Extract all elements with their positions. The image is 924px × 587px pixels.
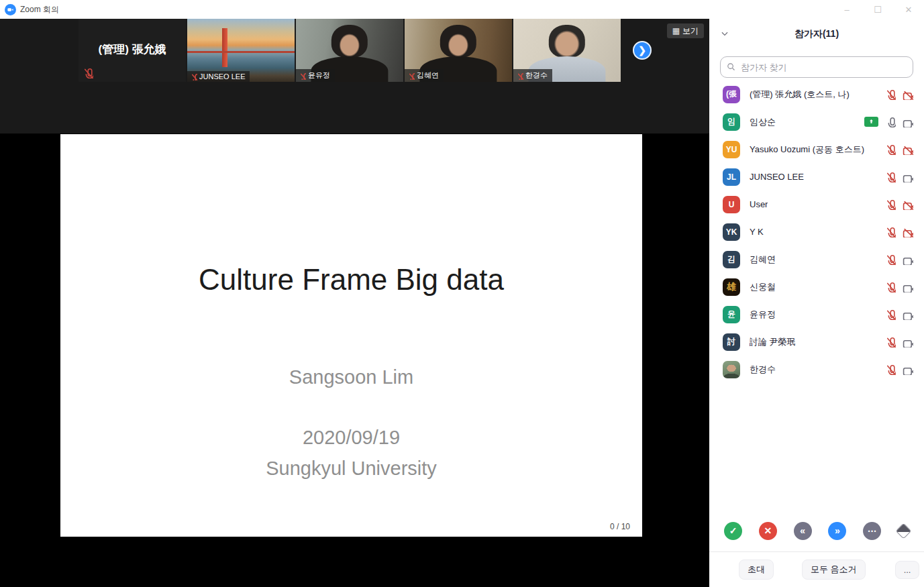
- titlebar: Zoom 회의 – ☐ ✕: [0, 0, 924, 19]
- video-tile-han[interactable]: 한경수: [513, 19, 621, 82]
- window-title: Zoom 회의: [20, 4, 59, 15]
- avatar: 김: [723, 251, 740, 268]
- window-controls: – ☐ ✕: [831, 0, 924, 19]
- mic-muted-icon: [884, 309, 896, 320]
- participant-row-hankyungsoo[interactable]: 한경수: [709, 356, 924, 383]
- tile-name: 김혜연: [417, 70, 439, 81]
- maximize-button[interactable]: ☐: [862, 0, 893, 19]
- video-strip: (管理) 張允娥 JUNSEO LEE 윤유정: [0, 19, 709, 134]
- mic-muted-icon: [515, 72, 523, 80]
- tile-name-label: 윤유정: [296, 69, 335, 82]
- search-input[interactable]: [720, 56, 913, 78]
- mic-muted-icon: [884, 226, 896, 237]
- avatar: 윤: [723, 306, 740, 323]
- participant-name: 윤유정: [750, 309, 776, 321]
- avatar: YU: [723, 141, 740, 158]
- no-feedback-button[interactable]: ✕: [759, 522, 777, 540]
- participant-row-junseo[interactable]: JL JUNSEO LEE: [709, 163, 924, 191]
- participant-name: 임상순: [750, 116, 776, 128]
- mic-muted-icon: [884, 254, 896, 265]
- video-off-icon: [902, 226, 913, 237]
- participant-name: Yasuko Uozumi (공동 호스트): [750, 144, 864, 156]
- video-on-icon: [902, 171, 913, 182]
- participants-panel: 참가자(11) (張 (管理) 張允娥 (호스트, 나) 임 임상순: [709, 19, 924, 587]
- slide-date: 2020/09/19: [60, 427, 642, 449]
- zoom-app-icon: [5, 4, 16, 15]
- participant-row-yoon[interactable]: 윤 윤유정: [709, 301, 924, 328]
- video-on-icon: [902, 309, 913, 320]
- participant-name: JUNSEO LEE: [750, 172, 804, 182]
- zoom-meeting-window: Zoom 회의 – ☐ ✕ (管理) 張允娥 JUNSEO LEE: [0, 0, 924, 587]
- feedback-row: ✓ ✕ « » ⋯: [709, 517, 924, 544]
- mic-muted-icon: [884, 144, 896, 155]
- next-participants-button[interactable]: ❯: [633, 41, 652, 60]
- participant-name: Y K: [750, 227, 764, 237]
- grid-view-icon: ▦: [672, 26, 680, 36]
- participant-row-user[interactable]: U User: [709, 191, 924, 218]
- slide-page-indicator: 0 / 10: [610, 522, 630, 531]
- close-button[interactable]: ✕: [893, 0, 924, 19]
- participant-row-shin[interactable]: 雄 신웅철: [709, 273, 924, 301]
- avatar: 임: [723, 113, 740, 131]
- avatar: YK: [723, 223, 740, 241]
- minimize-button[interactable]: –: [831, 0, 862, 19]
- participant-row-toron[interactable]: 討 討論 尹榮珉: [709, 328, 924, 356]
- participant-row-kimhyeyeon[interactable]: 김 김혜연: [709, 246, 924, 273]
- avatar: 討: [723, 333, 740, 351]
- mic-muted-icon: [407, 72, 415, 80]
- chevron-down-icon[interactable]: [720, 29, 729, 38]
- video-off-icon: [902, 144, 913, 155]
- panel-divider: [709, 551, 924, 552]
- participant-row-jang[interactable]: (張 (管理) 張允娥 (호스트, 나): [709, 81, 924, 108]
- participant-list: (張 (管理) 張允娥 (호스트, 나) 임 임상순: [709, 81, 924, 383]
- avatar: U: [723, 196, 740, 213]
- view-button[interactable]: ▦ 보기: [667, 23, 704, 38]
- video-on-icon: [902, 364, 913, 375]
- participant-name: 신웅철: [750, 281, 776, 293]
- participant-row-lim[interactable]: 임 임상순: [709, 108, 924, 136]
- screen-share-icon: [864, 117, 878, 127]
- view-button-label: 보기: [682, 25, 699, 37]
- slower-feedback-button[interactable]: «: [794, 522, 812, 540]
- participant-name: User: [750, 199, 768, 209]
- participant-name: 김혜연: [750, 254, 776, 266]
- participant-name: (管理) 張允娥 (호스트, 나): [750, 89, 850, 101]
- clear-feedback-icon[interactable]: [895, 523, 911, 539]
- tile-name: JUNSEO LEE: [199, 72, 245, 81]
- faster-feedback-button[interactable]: »: [828, 522, 846, 540]
- mute-all-button[interactable]: 모두 음소거: [802, 559, 866, 580]
- mic-muted-icon: [884, 199, 896, 210]
- tile-name: 윤유정: [308, 70, 330, 81]
- slide-institution: Sungkyul University: [60, 458, 642, 480]
- more-feedback-button[interactable]: ⋯: [863, 522, 881, 540]
- more-options-button[interactable]: ...: [895, 561, 920, 579]
- search-box: [720, 56, 913, 78]
- invite-button[interactable]: 초대: [739, 559, 774, 580]
- video-tile-yoo[interactable]: 윤유정: [296, 19, 403, 82]
- tile-name: 한경수: [525, 70, 548, 81]
- video-off-icon: [902, 89, 913, 100]
- yes-feedback-button[interactable]: ✓: [724, 522, 742, 540]
- mic-muted-icon: [298, 72, 306, 80]
- mic-muted-icon: [884, 281, 896, 292]
- participant-row-yasuko[interactable]: YU Yasuko Uozumi (공동 호스트): [709, 136, 924, 163]
- video-on-icon: [902, 254, 913, 265]
- mic-muted-icon: [884, 336, 896, 348]
- video-tile-kim[interactable]: 김혜연: [405, 19, 512, 82]
- participant-name: 討論 尹榮珉: [750, 336, 796, 348]
- video-tile-jang[interactable]: (管理) 張允娥: [79, 19, 186, 82]
- avatar-photo: [723, 361, 740, 378]
- video-tile-junseo[interactable]: JUNSEO LEE: [187, 19, 295, 82]
- mic-on-icon: [884, 116, 896, 127]
- tile-name-label: JUNSEO LEE: [187, 71, 250, 82]
- participant-row-yk[interactable]: YK Y K: [709, 218, 924, 246]
- panel-bottom-buttons: 초대 모두 음소거 ...: [709, 559, 924, 580]
- video-on-icon: [902, 116, 913, 127]
- avatar: 雄: [723, 278, 740, 296]
- video-off-icon: [902, 199, 913, 210]
- tile-name: (管理) 張允娥: [79, 42, 186, 57]
- mic-muted-icon: [189, 72, 197, 81]
- slide-title: Culture Frame Big data: [60, 263, 642, 297]
- mic-muted-icon: [884, 171, 896, 182]
- avatar: (張: [723, 86, 740, 103]
